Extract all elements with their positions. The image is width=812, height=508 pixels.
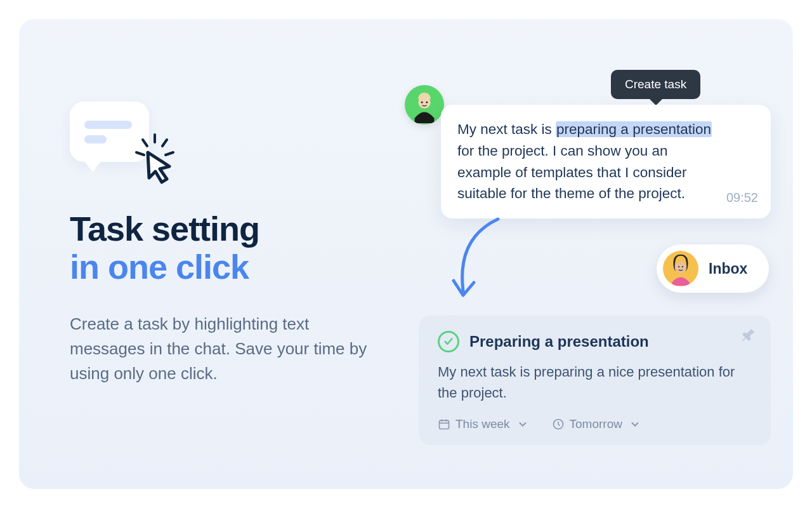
message-text-before: My next task is: [457, 121, 556, 137]
due-label: Tomorrow: [570, 417, 622, 431]
message-timestamp: 09:52: [726, 188, 758, 207]
inbox-chip[interactable]: Inbox: [657, 244, 769, 293]
task-body: My next task is preparing a nice present…: [438, 361, 752, 403]
svg-point-7: [421, 102, 423, 104]
task-header: Preparing a presentation: [438, 331, 752, 352]
svg-point-11: [678, 266, 679, 267]
svg-point-10: [675, 262, 686, 272]
tooltip-label: Create task: [625, 77, 686, 91]
chat-click-illustration: [70, 102, 184, 184]
task-meta: This week Tomorrow: [438, 417, 752, 431]
svg-point-6: [418, 96, 430, 108]
chevron-down-icon: [629, 418, 641, 431]
heading: Task setting in one click: [70, 210, 400, 286]
svg-line-4: [166, 152, 173, 155]
svg-rect-13: [440, 420, 449, 429]
assignee-avatar-icon: [663, 251, 698, 286]
svg-line-1: [162, 140, 167, 146]
check-circle-icon[interactable]: [438, 331, 459, 352]
date-range-label: This week: [455, 417, 510, 431]
task-card[interactable]: Preparing a presentation My next task is…: [419, 316, 771, 445]
message-text-after: for the project. I can show you an examp…: [457, 143, 686, 202]
chat-message[interactable]: My next task is preparing a presentation…: [441, 105, 771, 218]
task-due[interactable]: Tomorrow: [552, 417, 641, 431]
curved-arrow-icon: [435, 216, 511, 307]
cursor-click-icon: [130, 133, 180, 187]
inbox-label: Inbox: [709, 260, 747, 277]
feature-card: Task setting in one click Create a task …: [19, 19, 793, 489]
svg-line-2: [143, 140, 147, 146]
heading-line-2: in one click: [70, 248, 400, 286]
task-title: Preparing a presentation: [469, 333, 649, 351]
create-task-tooltip[interactable]: Create task: [611, 70, 700, 99]
subheading: Create a task by highlighting text messa…: [70, 312, 368, 386]
right-panel: Create task My next task is preparing a …: [400, 57, 755, 451]
calendar-icon: [438, 418, 450, 431]
pin-icon[interactable]: [740, 327, 757, 346]
heading-line-1: Task setting: [70, 210, 259, 248]
svg-point-8: [426, 102, 428, 104]
message-highlighted-text[interactable]: preparing a presentation: [556, 121, 712, 137]
chevron-down-icon: [516, 418, 529, 431]
clock-icon: [552, 418, 565, 431]
sender-avatar-icon: [405, 85, 444, 124]
svg-line-3: [136, 152, 144, 155]
task-date-range[interactable]: This week: [438, 417, 529, 431]
svg-point-12: [682, 266, 683, 267]
left-panel: Task setting in one click Create a task …: [70, 57, 400, 451]
